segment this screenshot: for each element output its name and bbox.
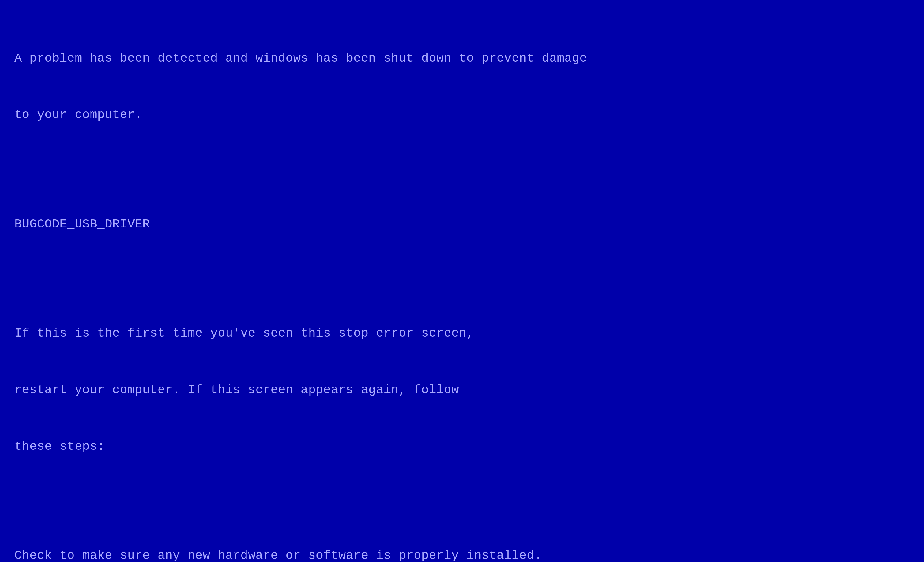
header-line1: A problem has been detected and windows …: [15, 49, 909, 68]
first-time-line3: these steps:: [15, 437, 909, 456]
first-time-line1: If this is the first time you've seen th…: [15, 324, 909, 343]
bsod-screen: A problem has been detected and windows …: [15, 12, 909, 550]
spacer-3: [15, 494, 909, 509]
header-line2: to your computer.: [15, 106, 909, 125]
check-line1: Check to make sure any new hardware or s…: [15, 546, 909, 562]
bugcode: BUGCODE_USB_DRIVER: [15, 215, 909, 234]
spacer-2: [15, 272, 909, 287]
first-time-line2: restart your computer. If this screen ap…: [15, 381, 909, 400]
spacer-1: [15, 162, 909, 177]
